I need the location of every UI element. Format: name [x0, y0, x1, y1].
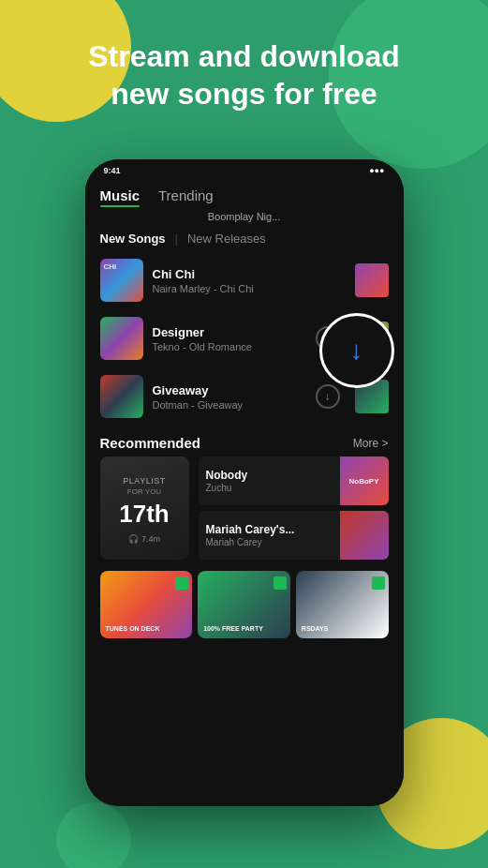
song-title-giveaway: Giveaway: [153, 383, 306, 397]
section-divider: |: [175, 232, 178, 246]
section-tab-new-songs[interactable]: New Songs: [100, 232, 166, 246]
song-sub-giveaway: Dotman - Giveaway: [153, 399, 306, 411]
bottom-card-rsdays[interactable]: RSDAYS: [296, 571, 389, 638]
subtitle-bar: Boomplay Nig...: [85, 207, 404, 224]
phone-frame: 9:41 ●●● Music Trending Boomplay Nig... …: [85, 159, 404, 806]
rec-item-mariah-thumb: [340, 511, 389, 560]
song-title-chichi: Chi Chi: [153, 267, 289, 281]
bc-label-tunes: TUNES ON DECK: [106, 625, 160, 633]
bottom-card-tunes[interactable]: TUNES ON DECK: [100, 571, 193, 638]
nobody-thumb-image: NoBoPY: [340, 456, 389, 505]
playlist-plays: 🎧 7.4m: [128, 534, 160, 544]
song-thumb-chichi: Chi: [100, 259, 143, 302]
recommended-title: Recommended: [100, 435, 201, 451]
playlist-label2: FOR YOU: [127, 487, 161, 496]
song-info-giveaway: Giveaway Dotman - Giveaway: [153, 383, 306, 411]
song-thumb-giveaway: [100, 375, 143, 418]
recommended-content: PLAYLIST FOR YOU 17th 🎧 7.4m Nobody Zuch…: [85, 456, 404, 567]
tabs-row: Music Trending: [85, 182, 404, 207]
headline: Stream and download new songs for free: [0, 37, 488, 112]
song-item-chichi[interactable]: Chi Chi Chi Naira Marley - Chi Chi: [85, 251, 404, 309]
playlist-card[interactable]: PLAYLIST FOR YOU 17th 🎧 7.4m: [100, 456, 189, 560]
playlist-number: 17th: [119, 500, 169, 529]
song-thumb-right-chichi: [355, 263, 389, 297]
rec-item-mariah-sub: Mariah Carey: [206, 537, 333, 547]
song-thumb-designer: [100, 317, 143, 360]
recommended-header: Recommended More >: [85, 426, 404, 456]
song-info-designer: Designer Tekno - Old Romance: [153, 325, 306, 352]
mariah-thumb-image: [340, 511, 389, 560]
bottom-card-party[interactable]: 100% FREE PARTY: [198, 571, 290, 638]
download-circle-button[interactable]: ↓: [319, 313, 394, 388]
tab-trending[interactable]: Trending: [158, 187, 214, 207]
rec-list: Nobody Zuchu NoBoPY Mariah Carey's... Ma…: [199, 456, 389, 560]
song-info-chichi: Chi Chi Naira Marley - Chi Chi: [153, 267, 289, 294]
rec-item-nobody-title: Nobody: [206, 469, 333, 482]
playlist-inner: PLAYLIST FOR YOU 17th 🎧 7.4m: [100, 456, 189, 560]
bc-label-rsdays: RSDAYS: [302, 625, 329, 633]
bc-tag-3: [372, 576, 385, 590]
bg-blob-bottom-left: [56, 802, 131, 868]
phone-screen: 9:41 ●●● Music Trending Boomplay Nig... …: [85, 159, 404, 806]
bc-label-party: 100% FREE PARTY: [203, 625, 263, 633]
tab-music[interactable]: Music: [100, 187, 140, 207]
download-arrow-icon: ↓: [350, 337, 363, 364]
song-title-designer: Designer: [153, 325, 306, 339]
playlist-label: PLAYLIST: [123, 476, 165, 486]
section-tab-new-releases[interactable]: New Releases: [187, 232, 266, 246]
rec-item-mariah-info: Mariah Carey's... Mariah Carey: [199, 516, 340, 555]
rec-item-nobody[interactable]: Nobody Zuchu NoBoPY: [199, 456, 389, 505]
bc-tag-1: [175, 576, 188, 590]
rec-item-nobody-thumb: NoBoPY: [340, 456, 389, 505]
recommended-more-button[interactable]: More >: [353, 437, 389, 450]
song-sub-designer: Tekno - Old Romance: [153, 341, 306, 352]
rec-item-mariah[interactable]: Mariah Carey's... Mariah Carey: [199, 511, 389, 560]
section-header: New Songs | New Releases: [85, 224, 404, 251]
song-sub-chichi: Naira Marley - Chi Chi: [153, 283, 289, 294]
bc-tag-2: [274, 576, 287, 590]
bottom-cards: TUNES ON DECK 100% FREE PARTY RSDAYS: [85, 567, 404, 644]
rec-item-nobody-sub: Zuchu: [206, 483, 333, 493]
status-bar: 9:41 ●●●: [85, 159, 404, 182]
rec-item-mariah-title: Mariah Carey's...: [206, 523, 333, 536]
rec-item-nobody-info: Nobody Zuchu: [199, 461, 340, 501]
song-download-giveaway[interactable]: ↓: [316, 384, 340, 409]
